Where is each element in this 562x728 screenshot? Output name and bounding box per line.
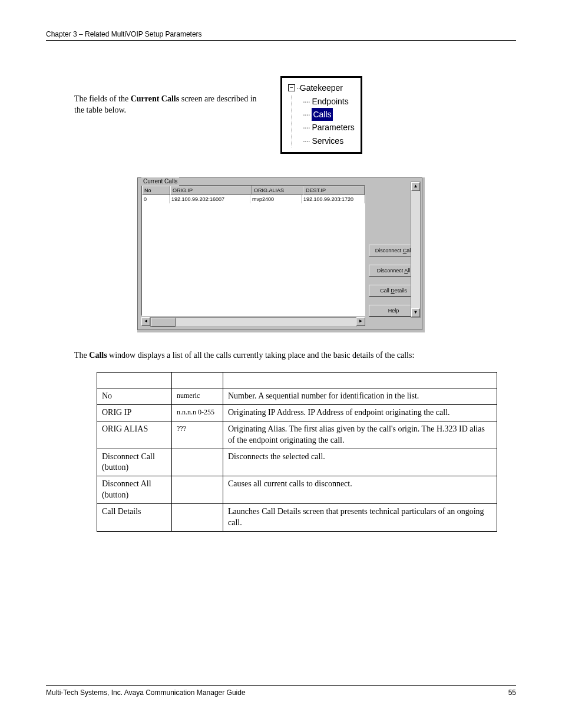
horizontal-scrollbar[interactable]: ◄ ► (141, 317, 365, 327)
description-paragraph: The Calls window displays a list of all … (74, 350, 516, 361)
tree-root[interactable]: −·· Gatekeeper (288, 81, 355, 94)
desc-bold: Calls (89, 351, 107, 360)
table-row: ORIG ALIAS???Originating Alias. The firs… (97, 421, 497, 449)
field-description-table: NonumericNumber. A sequential number for… (97, 372, 497, 532)
page-footer: Multi-Tech Systems, Inc. Avaya Communica… (46, 685, 516, 697)
table-row: Call DetailsLaunches Call Details screen… (97, 504, 497, 532)
col-no[interactable]: No (142, 186, 170, 195)
panel-legend: Current Calls (141, 177, 179, 186)
page-number: 55 (508, 688, 516, 697)
footer-text: Multi-Tech Systems, Inc. Avaya Communica… (46, 688, 246, 697)
table-row[interactable]: 0 192.100.99.202:16007 mvp2400 192.100.9… (142, 195, 365, 203)
field-name: ORIG IP (97, 404, 172, 421)
collapse-icon[interactable]: − (288, 84, 295, 91)
intro-bold: Current Calls (131, 94, 180, 103)
field-desc: Originating Alias. The first alias given… (223, 421, 497, 449)
field-desc: Disconnects the selected call. (223, 449, 497, 476)
tree-item-services[interactable]: ···· Services (303, 134, 355, 147)
table-row: Disconnect Call (button)Disconnects the … (97, 449, 497, 476)
desc-pre: The (74, 351, 89, 360)
field-type (172, 449, 223, 476)
tree-view: −·· Gatekeeper ···· Endpoints ···· Calls… (280, 76, 362, 154)
scroll-thumb[interactable] (151, 318, 176, 327)
tree-label: Parameters (312, 121, 354, 134)
desc-post: window displays a list of all the calls … (107, 351, 415, 360)
field-desc: Causes all current calls to disconnect. (223, 476, 497, 504)
tree-root-label: Gatekeeper (300, 81, 343, 94)
field-type: numeric (172, 388, 223, 405)
tree-item-parameters[interactable]: ···· Parameters (303, 121, 355, 134)
vertical-scrollbar[interactable]: ▲ ▼ (411, 182, 421, 318)
tree-item-endpoints[interactable]: ···· Endpoints (303, 95, 355, 108)
cell-orig-ip: 192.100.99.202:16007 (170, 195, 250, 203)
intro-paragraph: The fields of the Current Calls screen a… (46, 76, 263, 116)
intro-pre: The fields of the (74, 94, 131, 103)
tree-label: Endpoints (312, 95, 348, 108)
cell-orig-alias: mvp2400 (250, 195, 302, 203)
table-row: ORIG IPn.n.n.n 0-255Originating IP Addre… (97, 404, 497, 421)
page-header: Chapter 3 – Related MultiVOIP Setup Para… (46, 29, 516, 41)
scroll-left-icon[interactable]: ◄ (141, 317, 150, 326)
scroll-up-icon[interactable]: ▲ (411, 182, 420, 191)
field-type (172, 476, 223, 504)
calls-grid: No ORIG.IP ORIG.ALIAS DEST.IP 0 192.100.… (141, 185, 365, 327)
field-name: Disconnect Call (button) (97, 449, 172, 476)
col-orig-alias[interactable]: ORIG.ALIAS (252, 186, 303, 195)
tree-label-selected: Calls (312, 108, 332, 121)
field-desc: Launches Call Details screen that presen… (223, 504, 497, 532)
field-name: No (97, 388, 172, 405)
current-calls-panel: Current Calls ▲ ▼ No ORIG.IP ORIG.ALIAS … (137, 177, 422, 330)
field-name: ORIG ALIAS (97, 421, 172, 449)
tree-item-calls[interactable]: ···· Calls (303, 108, 355, 121)
field-name: Call Details (97, 504, 172, 532)
scroll-down-icon[interactable]: ▼ (411, 308, 420, 317)
field-type: ??? (172, 421, 223, 449)
scroll-right-icon[interactable]: ► (356, 317, 365, 326)
tree-label: Services (312, 134, 343, 147)
table-row: Disconnect All (button)Causes all curren… (97, 476, 497, 504)
cell-dest-ip: 192.100.99.203:1720 (302, 195, 365, 203)
field-desc: Number. A sequential number for identifi… (223, 388, 497, 405)
grid-header-row: No ORIG.IP ORIG.ALIAS DEST.IP (142, 186, 365, 195)
cell-no: 0 (142, 195, 170, 203)
field-type (172, 504, 223, 532)
table-row: NonumericNumber. A sequential number for… (97, 388, 497, 405)
field-type: n.n.n.n 0-255 (172, 404, 223, 421)
col-orig-ip[interactable]: ORIG.IP (170, 186, 252, 195)
col-dest-ip[interactable]: DEST.IP (303, 186, 365, 195)
field-desc: Originating IP Address. IP Address of en… (223, 404, 497, 421)
field-name: Disconnect All (button) (97, 476, 172, 504)
